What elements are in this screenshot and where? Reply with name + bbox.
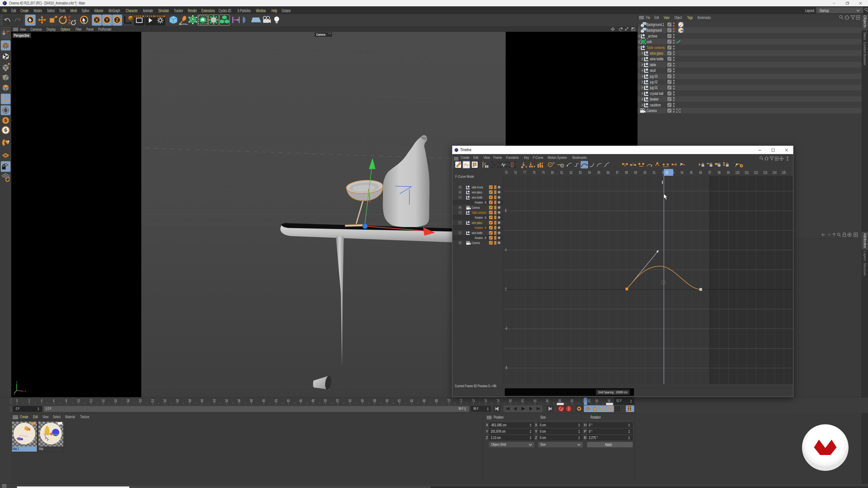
svg-text:Y: Y — [16, 381, 18, 384]
svg-text:X: X — [24, 390, 26, 393]
svg-text:S: S — [4, 128, 7, 133]
svg-text:S: S — [4, 118, 7, 123]
svg-text:0: 0 — [561, 164, 563, 167]
svg-text:P: P — [609, 407, 612, 411]
svg-text:S: S — [4, 108, 7, 113]
svg-text:R: R — [68, 21, 71, 25]
svg-text:Z: Z — [13, 392, 15, 395]
svg-text:X: X — [95, 18, 98, 22]
svg-text:Z: Z — [116, 18, 119, 22]
svg-text:0°: 0° — [553, 162, 555, 164]
svg-text:Y: Y — [105, 18, 108, 22]
